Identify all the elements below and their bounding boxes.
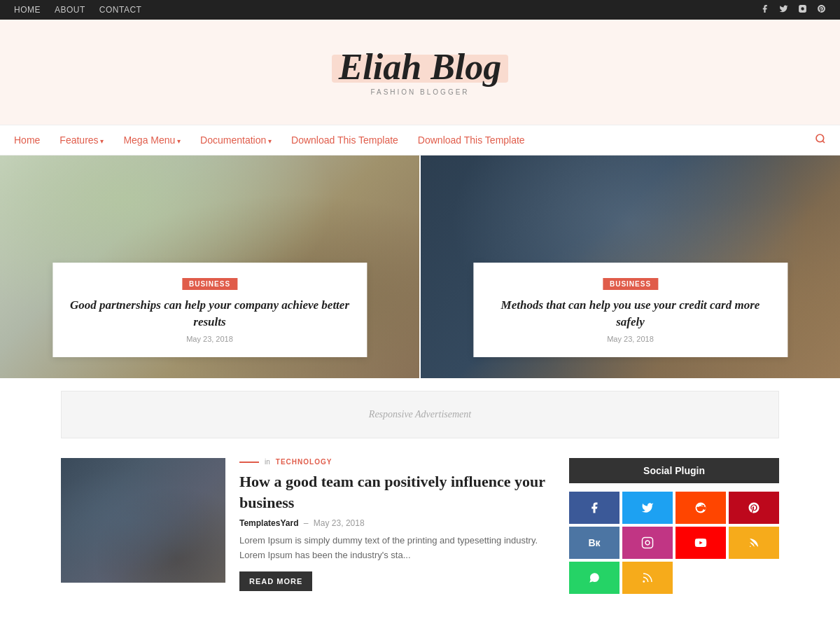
hero-left: BUSINESS Good partnerships can help your… bbox=[0, 155, 421, 378]
social-facebook-button[interactable] bbox=[569, 492, 620, 524]
sidebar: Social Plugin Вк bbox=[569, 458, 779, 611]
social-youtube-button[interactable] bbox=[676, 527, 726, 559]
article-author: TemplatesYard bbox=[239, 518, 298, 528]
svg-line-3 bbox=[822, 141, 825, 143]
top-bar: HOME ABOUT CONTACT bbox=[0, 0, 840, 20]
nav-home[interactable]: Home bbox=[14, 134, 40, 146]
search-icon[interactable] bbox=[815, 133, 826, 147]
article-meta: in TECHNOLOGY bbox=[239, 458, 552, 466]
nav-mega-menu[interactable]: Mega Menu bbox=[123, 134, 181, 146]
nav-download-1[interactable]: Download This Template bbox=[291, 134, 398, 146]
table-row: in TECHNOLOGY How a good team can positi… bbox=[61, 458, 552, 591]
hero-right-card: BUSINESS Methods that can help you use y… bbox=[473, 263, 788, 357]
topnav-home[interactable]: HOME bbox=[14, 5, 41, 15]
hero-right-date: May 23, 2018 bbox=[490, 335, 771, 343]
main-nav-links: Home Features Mega Menu Documentation Do… bbox=[14, 134, 525, 146]
content-area: in TECHNOLOGY How a good team can positi… bbox=[0, 451, 840, 625]
hero-left-title[interactable]: Good partnerships can help your company … bbox=[69, 297, 350, 331]
article-content: in TECHNOLOGY How a good team can positi… bbox=[239, 458, 552, 591]
social-twitter-button[interactable] bbox=[622, 492, 673, 524]
logo: Eliah Blog FASHION BLOGGER bbox=[339, 49, 502, 96]
top-nav: HOME ABOUT CONTACT bbox=[14, 5, 141, 15]
main-nav: Home Features Mega Menu Documentation Do… bbox=[0, 125, 840, 155]
read-more-button[interactable]: READ MORE bbox=[239, 571, 312, 591]
svg-point-2 bbox=[816, 134, 824, 142]
site-header: Eliah Blog FASHION BLOGGER bbox=[0, 20, 840, 125]
svg-point-9 bbox=[643, 581, 645, 583]
topnav-instagram-icon[interactable] bbox=[798, 4, 807, 16]
top-social bbox=[760, 4, 826, 16]
hero-left-card: BUSINESS Good partnerships can help your… bbox=[52, 263, 367, 357]
hero-left-date: May 23, 2018 bbox=[69, 335, 350, 343]
article-thumbnail bbox=[61, 458, 225, 583]
nav-download-2[interactable]: Download This Template bbox=[418, 134, 525, 146]
social-rss-orange-button[interactable] bbox=[622, 562, 673, 594]
social-grid: Вк bbox=[569, 492, 779, 594]
article-date: May 23, 2018 bbox=[314, 518, 365, 528]
social-reddit-button[interactable] bbox=[676, 492, 726, 524]
svg-rect-5 bbox=[643, 538, 653, 548]
social-whatsapp-button[interactable] bbox=[569, 562, 620, 594]
nav-features[interactable]: Features bbox=[59, 134, 104, 146]
hero-right-title[interactable]: Methods that can help you use your credi… bbox=[490, 297, 771, 331]
article-category[interactable]: TECHNOLOGY bbox=[276, 458, 332, 466]
social-pinterest-button[interactable] bbox=[729, 492, 779, 524]
topnav-pinterest-icon[interactable] bbox=[817, 4, 826, 16]
article-excerpt: Lorem Ipsum is simply dummy text of the … bbox=[239, 534, 552, 563]
article-byline: TemplatesYard – May 23, 2018 bbox=[239, 518, 552, 528]
social-plugin-widget: Social Plugin Вк bbox=[569, 458, 779, 594]
topnav-facebook-icon[interactable] bbox=[760, 4, 769, 16]
ad-banner: Responsive Advertisement bbox=[61, 391, 779, 438]
social-plugin-title: Social Plugin bbox=[569, 458, 779, 483]
logo-tagline: FASHION BLOGGER bbox=[339, 88, 502, 96]
article-list: in TECHNOLOGY How a good team can positi… bbox=[61, 458, 552, 611]
social-rss-yellow-button[interactable] bbox=[729, 527, 779, 559]
hero-section: BUSINESS Good partnerships can help your… bbox=[0, 155, 840, 378]
nav-documentation[interactable]: Documentation bbox=[200, 134, 272, 146]
article-image bbox=[61, 458, 225, 583]
hero-right-category[interactable]: BUSINESS bbox=[603, 278, 658, 290]
article-title[interactable]: How a good team can positively influence… bbox=[239, 471, 552, 513]
topnav-contact[interactable]: CONTACT bbox=[99, 5, 142, 15]
meta-line bbox=[239, 462, 259, 463]
hero-left-category[interactable]: BUSINESS bbox=[182, 278, 237, 290]
svg-point-8 bbox=[750, 546, 751, 548]
social-vk-button[interactable]: Вк bbox=[569, 527, 620, 559]
social-instagram-button[interactable] bbox=[622, 527, 673, 559]
topnav-twitter-icon[interactable] bbox=[779, 4, 788, 16]
logo-text: Eliah Blog bbox=[339, 49, 502, 85]
ad-text: Responsive Advertisement bbox=[369, 409, 471, 420]
topnav-about[interactable]: ABOUT bbox=[55, 5, 85, 15]
hero-right: BUSINESS Methods that can help you use y… bbox=[421, 155, 840, 378]
